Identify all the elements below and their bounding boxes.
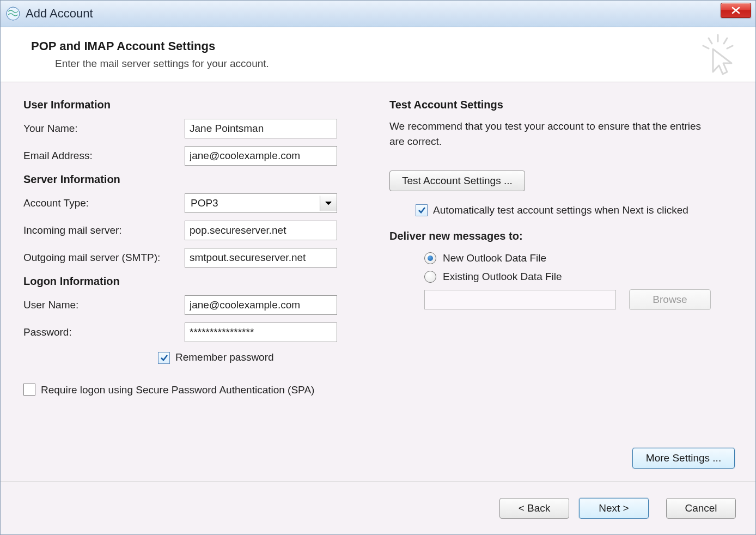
window-title: Add Account [26,7,93,21]
test-account-button[interactable]: Test Account Settings ... [389,171,525,191]
account-type-value: POP3 [190,197,320,209]
svg-line-5 [709,38,712,44]
existing-file-field [424,290,616,309]
section-server-info: Server Information [23,173,356,186]
label-password: Password: [23,326,185,338]
app-icon [6,7,20,21]
svg-line-4 [727,46,733,48]
svg-line-6 [703,46,709,48]
browse-button: Browse [629,289,711,310]
radio-new-data-file[interactable] [424,252,436,264]
wizard-header: POP and IMAP Account Settings Enter the … [1,27,755,82]
check-icon [417,206,426,215]
section-deliver: Deliver new messages to: [389,230,737,242]
label-incoming-server: Incoming mail server: [23,224,185,236]
account-type-dropdown[interactable]: POP3 [185,193,337,213]
header-title: POP and IMAP Account Settings [31,39,737,53]
next-button[interactable]: Next > [579,498,649,519]
add-account-window: Add Account POP and IMAP Account Setting… [0,0,756,535]
header-subtitle: Enter the mail server settings for your … [55,58,737,70]
svg-line-3 [724,38,727,44]
section-logon-info: Logon Information [23,275,356,288]
close-button[interactable] [721,3,751,18]
spa-checkbox[interactable] [23,384,35,396]
test-description: We recommend that you test your account … [389,119,716,149]
wizard-footer: < Back Next > Cancel [1,482,755,534]
your-name-field[interactable] [185,119,337,138]
chevron-down-icon [320,196,337,211]
check-icon [160,354,168,362]
label-outgoing-server: Outgoing mail server (SMTP): [23,252,185,264]
back-button[interactable]: < Back [499,498,569,519]
close-icon [731,7,740,14]
label-email: Email Address: [23,150,185,162]
section-user-info: User Information [23,99,356,111]
label-account-type: Account Type: [23,197,185,209]
username-field[interactable] [185,295,337,315]
auto-test-checkbox[interactable] [416,204,428,216]
auto-test-label: Automatically test account settings when… [433,203,688,218]
password-field[interactable] [185,323,337,342]
incoming-server-field[interactable] [185,221,337,240]
radio-existing-label: Existing Outlook Data File [443,271,562,283]
wizard-body: User Information Your Name: Email Addres… [1,82,755,482]
cancel-button[interactable]: Cancel [666,498,736,519]
left-column: User Information Your Name: Email Addres… [23,95,356,476]
remember-password-label: Remember password [175,351,274,363]
email-field[interactable] [185,146,337,166]
spa-label: Require logon using Secure Password Auth… [41,382,314,398]
label-username: User Name: [23,299,185,311]
remember-password-checkbox[interactable] [158,352,170,364]
radio-new-label: New Outlook Data File [443,252,546,264]
cursor-click-icon [697,34,739,78]
label-your-name: Your Name: [23,123,185,135]
titlebar: Add Account [1,1,755,27]
more-settings-button[interactable]: More Settings ... [632,448,735,469]
outgoing-server-field[interactable] [185,248,337,268]
radio-existing-data-file[interactable] [424,271,436,283]
section-test: Test Account Settings [389,99,737,111]
right-column: Test Account Settings We recommend that … [356,95,737,476]
